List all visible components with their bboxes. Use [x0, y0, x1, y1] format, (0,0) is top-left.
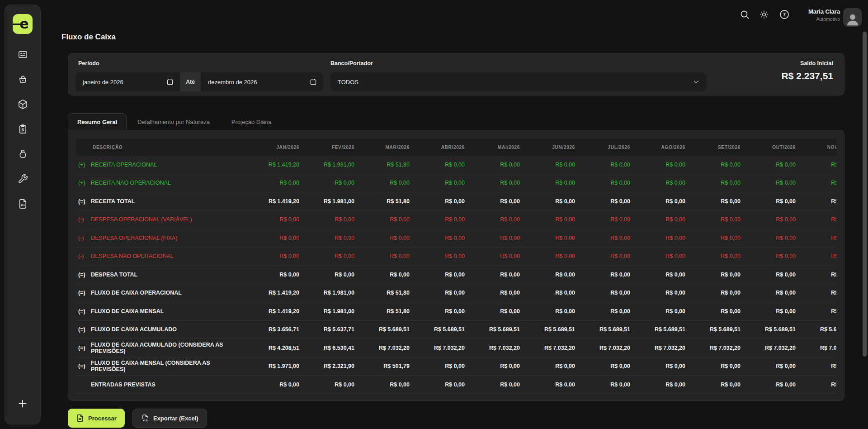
- row-label: FLUXO DE CAIXA ACUMULADO (CONSIDERA AS P…: [91, 342, 244, 354]
- row-value: R$ 0,00: [685, 198, 741, 205]
- svg-text:XLS: XLS: [142, 419, 147, 422]
- row-value: R$ 1.419,20: [244, 290, 299, 296]
- row-value: R$ 7.032,20: [354, 345, 410, 351]
- contact-card-icon[interactable]: [17, 48, 28, 60]
- row-value: R$ 0,00: [741, 216, 796, 223]
- help-icon[interactable]: ?: [779, 9, 790, 20]
- row-value: R$ 0,00: [465, 381, 520, 388]
- row-value: R$ 0,00: [741, 162, 796, 168]
- theme-sun-icon[interactable]: [759, 9, 769, 20]
- file-xls-icon: XLS: [141, 414, 149, 422]
- row-value: R$ 5.689,51: [796, 326, 836, 333]
- banco-select[interactable]: TODOS: [330, 72, 707, 91]
- row-value: R$ 0,00: [244, 381, 299, 388]
- row-value: R$ 0,00: [796, 253, 836, 259]
- app-logo[interactable]: e: [13, 14, 33, 34]
- row-value: R$ 0,00: [575, 180, 630, 186]
- row-value: R$ 0,00: [354, 272, 410, 278]
- processar-label: Processar: [88, 415, 117, 422]
- money-bag-icon[interactable]: [17, 148, 28, 160]
- row-value: R$ 0,00: [575, 253, 630, 259]
- shopping-basket-icon[interactable]: [17, 73, 28, 85]
- row-value: R$ 0,00: [796, 216, 836, 223]
- row-value: R$ 0,00: [299, 235, 354, 241]
- processar-button[interactable]: Processar: [68, 409, 125, 428]
- vertical-scrollbar-thumb[interactable]: [863, 32, 867, 357]
- report-file-icon[interactable]: [17, 198, 28, 210]
- row-value: R$ 0,00: [299, 216, 354, 223]
- month-header: FEV/2026: [299, 145, 354, 150]
- table-row: (=)FLUXO DE CAIXA ACUMULADO (CONSIDERA A…: [76, 339, 836, 358]
- row-value: R$ 0,00: [410, 290, 465, 296]
- row-value: R$ 0,00: [630, 272, 685, 278]
- row-label: RECEITA NÃO OPERACIONAL: [91, 180, 171, 186]
- cashflow-table: DESCRIÇÃO JAN/2026FEV/2026MAR/2026ABR/20…: [76, 138, 836, 401]
- row-value: R$ 7.032,20: [520, 345, 575, 351]
- row-label: FLUXO DE CAIXA MENSAL (CONSIDERA AS PREV…: [91, 360, 244, 372]
- row-value: R$ 0,00: [520, 363, 575, 369]
- avatar[interactable]: [843, 8, 862, 27]
- row-value: R$ 7.032,20: [410, 345, 465, 351]
- table-row: (-)DESPESA OPERACIONAL (FIXA)R$ 0,00R$ 0…: [76, 229, 836, 248]
- tab-2[interactable]: Projeção Diária: [221, 113, 283, 130]
- file-text-icon: [76, 414, 84, 422]
- row-value: R$ 0,00: [630, 363, 685, 369]
- row-value: R$ 0,00: [630, 162, 685, 168]
- row-value: R$ 0,00: [299, 272, 354, 278]
- row-value: R$ 0,00: [575, 235, 630, 241]
- month-header: JUN/2026: [520, 145, 575, 150]
- row-value: R$ 0,00: [299, 253, 354, 259]
- exportar-label: Exportar (Excel): [153, 415, 198, 422]
- row-value: R$ 0,00: [410, 308, 465, 315]
- date-to-input[interactable]: dezembro de 2026: [201, 72, 323, 91]
- banco-label: Banco/Portador: [330, 60, 373, 67]
- row-value: R$ 0,00: [354, 235, 410, 241]
- date-from-input[interactable]: janeiro de 2026: [75, 72, 180, 91]
- search-icon[interactable]: [739, 9, 750, 20]
- row-label: DESPESA TOTAL: [91, 272, 137, 278]
- row-prefix: (-): [76, 235, 91, 241]
- row-value: R$ 0,00: [685, 290, 741, 296]
- month-header: JAN/2026: [244, 145, 299, 150]
- table-row: (=)FLUXO DE CAIXA OPERACIONALR$ 1.419,20…: [76, 284, 836, 303]
- row-value: R$ 5.689,51: [410, 326, 465, 333]
- row-value: R$ 0,00: [630, 198, 685, 205]
- month-header: NOV/2026: [796, 145, 836, 150]
- row-label: RECEITA TOTAL: [91, 198, 135, 205]
- tab-0[interactable]: Resumo Geral: [68, 113, 127, 130]
- package-icon[interactable]: [17, 98, 28, 110]
- row-value: R$ 0,00: [575, 308, 630, 315]
- row-value: R$ 0,00: [520, 381, 575, 388]
- month-header: MAI/2026: [465, 145, 520, 150]
- wrench-icon[interactable]: [17, 173, 28, 185]
- row-value: R$ 0,00: [796, 290, 836, 296]
- exportar-button[interactable]: XLS Exportar (Excel): [132, 409, 207, 428]
- filter-card: Período janeiro de 2026 Até dezembro de …: [68, 53, 844, 95]
- row-value: R$ 7.032,20: [575, 345, 630, 351]
- row-value: R$ 5.689,51: [575, 326, 630, 333]
- row-value: R$ 0,00: [796, 198, 836, 205]
- row-value: R$ 0,00: [520, 235, 575, 241]
- table-row: (=)DESPESA TOTALR$ 0,00R$ 0,00R$ 0,00R$ …: [76, 266, 836, 284]
- table-scroller[interactable]: DESCRIÇÃO JAN/2026FEV/2026MAR/2026ABR/20…: [76, 138, 836, 401]
- row-value: R$ 1.971,00: [244, 363, 299, 369]
- row-value: R$ 0,00: [299, 180, 354, 186]
- row-prefix: (+): [76, 162, 91, 168]
- table-row: (=)FLUXO DE CAIXA MENSAL (CONSIDERA AS P…: [76, 358, 836, 376]
- tab-1[interactable]: Detalhamento por Natureza: [127, 113, 221, 130]
- row-value: R$ 0,00: [741, 363, 796, 369]
- month-header: MAR/2026: [354, 145, 410, 150]
- table-row: (-)DESPESA NÃO OPERACIONALR$ 0,00R$ 0,00…: [76, 248, 836, 266]
- row-value: R$ 0,00: [796, 381, 836, 388]
- row-value: R$ 0,00: [410, 216, 465, 223]
- row-value: R$ 5.689,51: [685, 326, 741, 333]
- row-label: DESPESA NÃO OPERACIONAL: [91, 253, 174, 259]
- row-value: R$ 0,00: [244, 216, 299, 223]
- row-value: R$ 0,00: [630, 253, 685, 259]
- table-tail: [76, 394, 836, 401]
- clipboard-dollar-icon[interactable]: $: [17, 123, 28, 135]
- row-value: R$ 5.689,51: [741, 326, 796, 333]
- add-button[interactable]: [17, 398, 28, 410]
- row-value: R$ 0,00: [244, 253, 299, 259]
- row-value: R$ 0,00: [520, 198, 575, 205]
